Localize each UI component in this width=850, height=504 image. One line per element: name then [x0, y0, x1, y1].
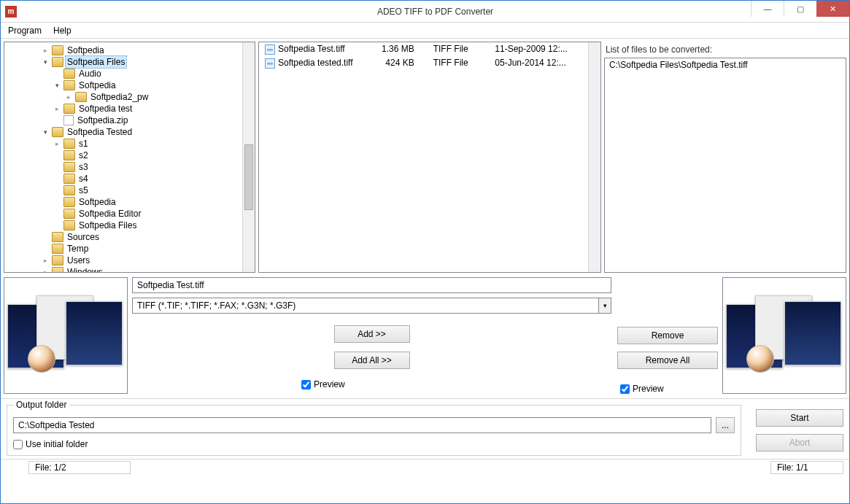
preview-left: i [4, 277, 128, 394]
folder-icon [52, 45, 63, 55]
app-icon: m [5, 6, 17, 18]
tree-item-label: s4 [77, 173, 90, 185]
folder-icon [63, 150, 75, 160]
folder-icon [63, 69, 75, 79]
expand-icon[interactable] [64, 91, 73, 103]
menu-help[interactable]: Help [50, 24, 74, 37]
expand-icon[interactable] [41, 56, 50, 68]
tree-item-label: Softpedia [77, 80, 117, 91]
output-folder-input[interactable] [13, 417, 711, 433]
output-folder-group: Output folder ... Use initial folder [7, 405, 741, 456]
tree-item-label: Softpedia test [77, 103, 134, 115]
tree-item[interactable]: Users [6, 255, 253, 266]
file-icon [63, 115, 74, 125]
file-list-panel: Softpedia Test.tiff1.36 MBTIFF File11-Se… [258, 42, 601, 273]
convert-list-panel: C:\Softpedia Files\Softpedia Test.tiff [604, 58, 846, 273]
folder-icon [52, 244, 63, 254]
convert-list-label: List of files to be converted: [604, 42, 846, 58]
expand-icon[interactable] [53, 80, 61, 91]
browse-button[interactable]: ... [716, 417, 735, 433]
folder-icon [63, 80, 75, 90]
preview-right: i [722, 277, 846, 394]
start-button[interactable]: Start [756, 409, 843, 427]
folder-icon [52, 127, 63, 137]
tree-item-label: s5 [77, 185, 90, 196]
tree-item-label: Windows [66, 266, 104, 273]
tree-item-label: Audio [77, 68, 103, 80]
tree-item[interactable]: Softpedia.zip [6, 115, 253, 126]
folder-icon [63, 209, 75, 219]
close-button[interactable]: ✕ [816, 1, 849, 17]
tree-item[interactable]: Windows [6, 266, 253, 273]
tree-item[interactable]: Softpedia Files [6, 56, 253, 68]
tree-item[interactable]: Softpedia2_pw [6, 91, 253, 103]
tree-item[interactable]: Softpedia [6, 80, 253, 91]
tree-item[interactable]: Softpedia [6, 44, 253, 56]
tree-item[interactable]: Softpedia [6, 196, 253, 208]
preview-left-label: Preview [314, 379, 345, 389]
tree-item[interactable]: Audio [6, 68, 253, 80]
minimize-button[interactable]: — [751, 1, 784, 17]
remove-button[interactable]: Remove [617, 327, 718, 344]
abort-button[interactable]: Abort [756, 434, 843, 451]
tree-item-label: Softpedia [77, 196, 117, 208]
add-all-button[interactable]: Add All >> [334, 352, 410, 369]
title-bar: m ADEO TIFF to PDF Converter — ▢ ✕ [1, 1, 849, 23]
expand-icon[interactable] [53, 138, 61, 150]
filename-input[interactable] [132, 277, 611, 293]
folder-icon [52, 255, 63, 265]
menu-program[interactable]: Program [5, 24, 45, 37]
chevron-down-icon[interactable]: ▾ [598, 298, 611, 314]
tree-item-label: Users [66, 255, 91, 266]
expand-icon[interactable] [41, 255, 50, 266]
status-left: File: 1/2 [28, 461, 131, 474]
tree-item-label: s1 [77, 138, 90, 150]
output-folder-legend: Output folder [13, 400, 69, 410]
tree-scrollbar[interactable] [242, 42, 255, 272]
tree-item[interactable]: s2 [6, 150, 253, 161]
filetype-combo[interactable] [132, 298, 598, 314]
tree-item[interactable]: s5 [6, 185, 253, 196]
folder-icon [63, 174, 75, 184]
preview-right-checkbox[interactable] [620, 384, 630, 394]
list-item[interactable]: C:\Softpedia Files\Softpedia Test.tiff [605, 58, 846, 71]
tree-item-label: Softpedia2_pw [89, 91, 150, 103]
window-title: ADEO TIFF to PDF Converter [21, 7, 849, 17]
add-button[interactable]: Add >> [334, 325, 410, 343]
folder-icon [75, 92, 87, 102]
tree-item-label: s2 [77, 150, 90, 161]
tree-item[interactable]: Softpedia Editor [6, 208, 253, 220]
tree-item[interactable]: s4 [6, 173, 253, 185]
tree-item-label: Softpedia Tested [66, 126, 134, 138]
file-row[interactable]: Softpedia Test.tiff1.36 MBTIFF File11-Se… [259, 42, 600, 56]
preview-left-checkbox[interactable] [301, 380, 311, 389]
tree-item[interactable]: s1 [6, 138, 253, 150]
tree-item-label: Softpedia [66, 44, 106, 56]
tree-item[interactable]: s3 [6, 161, 253, 173]
folder-icon [63, 220, 75, 230]
tree-item-label: s3 [77, 161, 90, 173]
remove-all-button[interactable]: Remove All [617, 352, 718, 369]
tree-item[interactable]: Softpedia Tested [6, 126, 253, 138]
use-initial-folder-checkbox[interactable] [13, 440, 23, 449]
status-bar: File: 1/2 File: 1/1 [1, 459, 849, 475]
maximize-button[interactable]: ▢ [784, 1, 816, 17]
preview-right-label: Preview [633, 384, 664, 394]
expand-icon[interactable] [41, 126, 50, 138]
tree-item[interactable]: Softpedia Files [6, 220, 253, 231]
folder-icon [52, 57, 63, 67]
expand-icon[interactable] [41, 44, 50, 56]
expand-icon[interactable] [41, 266, 50, 273]
image-file-icon [265, 58, 275, 69]
tree-item-label: Softpedia Files [66, 56, 126, 68]
file-scrollbar[interactable] [588, 42, 600, 272]
tree-item[interactable]: Temp [6, 243, 253, 255]
status-right: File: 1/1 [770, 461, 843, 474]
tree-item-label: Softpedia Files [77, 220, 138, 231]
tree-item[interactable]: Softpedia test [6, 103, 253, 115]
expand-icon[interactable] [53, 103, 61, 115]
image-file-icon [265, 44, 275, 55]
menu-bar: Program Help [1, 23, 849, 39]
tree-item[interactable]: Sources [6, 231, 253, 243]
file-row[interactable]: Softpedia tested.tiff424 KBTIFF File05-J… [259, 56, 600, 70]
